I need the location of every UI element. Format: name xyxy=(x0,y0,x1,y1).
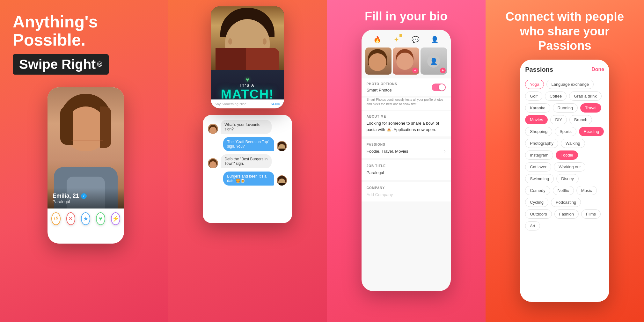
chat-message-2: The "Craft Beers on Tap" sign. You? xyxy=(208,137,287,151)
passions-tags-grid: YogaLanguage exchangeGolfCoffeeGrab a dr… xyxy=(525,80,604,231)
passion-tag-swimming[interactable]: Swimming xyxy=(525,174,554,183)
boost-button[interactable]: ⚡ xyxy=(111,212,120,225)
photo-slot-3[interactable]: 👤 + xyxy=(421,48,447,75)
passion-tag-comedy[interactable]: Comedy xyxy=(525,186,550,195)
message-text-2: The "Craft Beers on Tap" sign. You? xyxy=(223,137,274,151)
add-photo-3[interactable]: + xyxy=(440,68,446,73)
passion-tag-working-out[interactable]: Working out xyxy=(554,162,585,172)
avatar-1 xyxy=(208,124,218,134)
panel4-title: Connect with peoplewho share your Passio… xyxy=(492,10,638,53)
message-text-4: Burgers and beer. It's a date 🍔🍺 xyxy=(223,172,274,186)
company-placeholder: Add Company xyxy=(367,192,446,198)
toggle-knob xyxy=(439,84,445,91)
profile-icon[interactable]: 👤 xyxy=(430,35,440,44)
phone-match-screen: ♥ IT'S A MATCH! Ethan likes you too! Say… xyxy=(211,6,284,108)
panel-passions: Connect with peoplewho share your Passio… xyxy=(486,0,644,322)
passion-tag-outdoors[interactable]: Outdoors xyxy=(525,209,552,219)
card-photo: Emilia, 21 ✓ Paralegal xyxy=(48,87,124,209)
smart-photos-toggle[interactable] xyxy=(432,84,446,91)
passion-tag-netflix[interactable]: Netflix xyxy=(553,186,574,195)
passion-tag-grab-a-drink[interactable]: Grab a drink xyxy=(569,91,602,101)
verified-icon: ✓ xyxy=(81,193,87,199)
panel-swipe-right: Anything'sPossible. Swipe Right® xyxy=(0,0,168,322)
message-text-1: What's your favourite sign? xyxy=(221,120,272,134)
passions-value: Foodie, Travel, Movies › xyxy=(367,148,446,154)
passion-tag-cycling[interactable]: Cycling xyxy=(525,198,548,207)
panel-bio: Fill in your bio 🔥 ✦ ● 💬 👤 xyxy=(327,0,486,322)
phone-nav-icons: 🔥 ✦ ● 💬 👤 xyxy=(362,30,451,48)
chat-messages: What's your favourite sign? The "Craft B… xyxy=(208,120,287,218)
passions-header: Passions Done xyxy=(525,66,604,73)
action-buttons: ↺ ✕ ★ ♥ ⚡ xyxy=(48,209,124,229)
panel1-headline: Anything'sPossible. xyxy=(13,13,98,49)
match-title: MATCH! xyxy=(211,88,284,100)
chat-icon[interactable]: 💬 xyxy=(411,35,421,44)
passion-tag-brunch[interactable]: Brunch xyxy=(569,115,592,124)
phone-bio-screen: 🔥 ✦ ● 💬 👤 + xyxy=(362,30,451,291)
passion-tag-coffee[interactable]: Coffee xyxy=(545,91,567,101)
passion-tag-walking[interactable]: Walking xyxy=(561,139,585,148)
passion-tag-podcasting[interactable]: Podcasting xyxy=(551,198,581,207)
add-photo-2[interactable]: + xyxy=(412,68,418,73)
photo-slot-1[interactable] xyxy=(365,48,392,75)
passion-tag-language-exchange[interactable]: Language exchange xyxy=(546,80,594,89)
passion-tag-art[interactable]: Art xyxy=(525,221,540,231)
chat-message-3: Defo the "Best Burgers in Town" sign. xyxy=(208,154,287,168)
passion-tag-foodie[interactable]: Foodie xyxy=(556,150,578,160)
phone-passions-screen: Passions Done YogaLanguage exchangeGolfC… xyxy=(520,60,609,302)
passion-tag-karaoke[interactable]: Karaoke xyxy=(525,103,550,113)
nope-button[interactable]: ✕ xyxy=(66,212,76,225)
passion-tag-shopping[interactable]: Shopping xyxy=(525,127,552,136)
like-button[interactable]: ♥ xyxy=(96,212,105,225)
smart-photos-label: Smart Photos xyxy=(367,88,397,92)
passion-tag-instagram[interactable]: Instagram xyxy=(525,150,553,160)
chat-message-1: What's your favourite sign? xyxy=(208,120,287,134)
done-button[interactable]: Done xyxy=(591,67,604,72)
company-section[interactable]: COMPANY Add Company xyxy=(362,182,451,202)
company-label: COMPANY xyxy=(367,186,446,190)
match-background: ♥ IT'S A MATCH! Ethan likes you too! Say… xyxy=(211,6,284,108)
card-info: Emilia, 21 ✓ Paralegal xyxy=(48,188,124,209)
passion-tag-fashion[interactable]: Fashion xyxy=(554,209,579,219)
passion-tag-yoga[interactable]: Yoga xyxy=(525,80,544,89)
match-photo xyxy=(211,6,284,70)
panel3-title: Fill in your bio xyxy=(365,10,448,23)
card-job: Paralegal xyxy=(53,199,119,204)
avatar-2 xyxy=(277,141,287,151)
chat-input-bar: Say Something Nice SEND xyxy=(211,99,284,108)
passion-tag-films[interactable]: Films xyxy=(581,209,601,219)
swipe-right-badge: Swipe Right® xyxy=(13,54,109,75)
passion-tag-disney[interactable]: Disney xyxy=(556,174,579,183)
passion-tag-photography[interactable]: Photography xyxy=(525,139,558,148)
avatar-3 xyxy=(208,158,218,168)
phone-chat-screen: What's your favourite sign? The "Craft B… xyxy=(203,115,292,223)
photo-slot-2[interactable]: + xyxy=(393,48,419,75)
trademark: ® xyxy=(97,60,102,69)
passion-tag-travel[interactable]: Travel xyxy=(580,103,601,113)
passion-tag-reading[interactable]: Reading xyxy=(579,127,604,136)
chat-message-4: Burgers and beer. It's a date 🍔🍺 xyxy=(208,172,287,186)
job-title-value: Paralegal xyxy=(367,170,446,176)
passion-tag-cat-lover[interactable]: Cat lover xyxy=(525,162,551,172)
passion-tag-diy[interactable]: DIY xyxy=(550,115,567,124)
about-me-text: Looking for someone to share a bowl of p… xyxy=(367,120,446,133)
super-like-button[interactable]: ★ xyxy=(81,212,90,225)
job-title-section[interactable]: JOB TITLE Paralegal xyxy=(362,160,451,180)
passions-title: Passions xyxy=(525,66,553,73)
passion-tag-music[interactable]: Music xyxy=(576,186,597,195)
passion-tag-sports[interactable]: Sports xyxy=(555,127,576,136)
passion-tag-movies[interactable]: Movies xyxy=(525,115,548,124)
photo-options-label: PHOTO OPTIONS xyxy=(367,82,397,86)
sparkle-icon[interactable]: ✦ ● xyxy=(392,35,401,44)
swipe-right-text: Swipe Right xyxy=(19,57,96,72)
rewind-button[interactable]: ↺ xyxy=(51,212,61,225)
avatar-4 xyxy=(277,175,287,186)
photo-options-container: PHOTO OPTIONS Smart Photos xyxy=(362,78,451,96)
passion-tag-running[interactable]: Running xyxy=(553,103,578,113)
flame-icon[interactable]: 🔥 xyxy=(373,35,382,44)
passion-tag-golf[interactable]: Golf xyxy=(525,91,542,101)
send-button[interactable]: SEND xyxy=(271,102,281,106)
phone-mockup-swipe: Emilia, 21 ✓ Paralegal ↺ ✕ ★ ♥ ⚡ xyxy=(48,87,124,244)
about-me-section: ABOUT ME Looking for someone to share a … xyxy=(362,111,451,136)
passions-section[interactable]: PASSIONS Foodie, Travel, Movies › xyxy=(362,139,451,158)
